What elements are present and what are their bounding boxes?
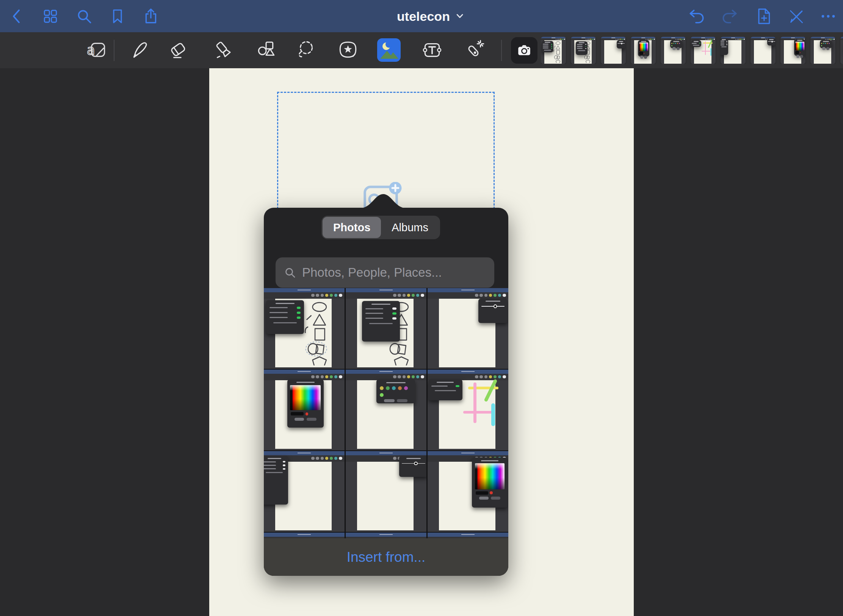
document-title: utelecon [397, 9, 450, 24]
image-tool-selected-icon [377, 38, 401, 62]
eraser-tool[interactable] [166, 38, 190, 62]
ellipsis-icon [820, 8, 837, 25]
photo-picker-popup: Photos Albums Photos, People, Places... … [264, 208, 508, 576]
svg-text:a: a [87, 42, 95, 58]
laser-pointer-icon [464, 39, 486, 61]
highlighter-tool[interactable] [212, 38, 236, 62]
camera-icon [516, 42, 532, 58]
pointer-tool[interactable] [462, 38, 487, 62]
photo-thumbnail[interactable] [428, 533, 508, 538]
photo-thumbnail[interactable] [264, 451, 345, 532]
photo-thumbnail[interactable] [428, 370, 508, 450]
thumbnails-grid-button[interactable] [40, 6, 61, 27]
photo-thumbnail[interactable] [346, 533, 426, 538]
top-nav-bar: utelecon [0, 0, 843, 32]
search-icon [284, 266, 296, 279]
tab-albums[interactable]: Albums [381, 217, 439, 238]
toolbar-divider [501, 40, 502, 61]
photo-thumbnail[interactable] [264, 370, 345, 450]
strip-photo-thumbnail[interactable] [631, 37, 656, 64]
strip-photo-thumbnail[interactable] [751, 37, 776, 64]
toolbar-divider [114, 40, 114, 61]
undo-icon [688, 8, 705, 25]
lasso-tool[interactable] [294, 38, 318, 62]
pen-icon [128, 39, 150, 61]
drawing-toolbar: a [0, 32, 843, 68]
search-button[interactable] [74, 6, 95, 27]
photos-albums-segmented-control: Photos Albums [321, 216, 440, 239]
more-button[interactable] [818, 6, 839, 27]
shapes-tool[interactable] [254, 38, 278, 62]
strip-photo-thumbnail[interactable] [780, 37, 805, 64]
star-sticker-icon [337, 39, 359, 61]
add-page-icon [755, 8, 772, 25]
photo-search-input[interactable]: Photos, People, Places... [276, 257, 494, 288]
share-icon [142, 8, 160, 25]
camera-button[interactable] [511, 37, 537, 64]
grid-icon [42, 8, 59, 25]
photo-thumbnail[interactable] [428, 451, 508, 532]
insert-from-button[interactable]: Insert from... [264, 538, 508, 576]
highlighter-icon [213, 39, 235, 61]
document-title-button[interactable]: utelecon [397, 9, 464, 24]
undo-button[interactable] [686, 6, 707, 27]
pen-off-icon [787, 8, 805, 25]
search-placeholder: Photos, People, Places... [302, 265, 442, 280]
search-icon [75, 8, 93, 25]
chevron-left-icon [9, 8, 25, 25]
strip-photo-thumbnail[interactable] [541, 37, 566, 64]
stop-editing-button[interactable] [785, 6, 807, 27]
edit-mode-tool[interactable]: a [85, 38, 109, 62]
insert-from-label: Insert from... [347, 549, 426, 565]
photo-thumbnail[interactable] [346, 370, 426, 450]
share-button[interactable] [140, 6, 161, 27]
strip-photo-thumbnail[interactable] [571, 37, 596, 64]
strip-photo-thumbnail[interactable] [691, 37, 716, 64]
text-tool[interactable] [420, 38, 444, 62]
strip-photo-thumbnail[interactable] [840, 37, 843, 64]
redo-icon [721, 8, 738, 25]
add-page-button[interactable] [753, 6, 774, 27]
strip-photo-thumbnail[interactable] [601, 37, 626, 64]
image-tool[interactable] [377, 38, 401, 62]
strip-photo-thumbnail[interactable] [721, 37, 746, 64]
elements-tool[interactable] [336, 38, 360, 62]
photo-thumbnail[interactable] [346, 451, 426, 532]
pen-tool[interactable] [127, 38, 152, 62]
text-icon [421, 39, 443, 61]
photo-thumbnail[interactable] [346, 288, 426, 369]
bookmark-button[interactable] [107, 6, 128, 27]
chevron-down-icon [456, 14, 464, 19]
back-button[interactable] [6, 6, 28, 27]
strip-photo-thumbnail[interactable] [810, 37, 835, 64]
recent-photos-strip [541, 37, 843, 64]
photo-thumbnail[interactable] [264, 288, 345, 369]
photo-thumbnail[interactable] [428, 288, 508, 369]
popup-arrow [359, 193, 408, 208]
shapes-icon [255, 39, 277, 61]
bookmark-icon [109, 8, 126, 25]
photo-grid [264, 288, 508, 538]
strip-photo-thumbnail[interactable] [661, 37, 686, 64]
lasso-icon [295, 39, 317, 61]
photo-thumbnail[interactable] [264, 533, 345, 538]
tab-photos[interactable]: Photos [323, 217, 381, 238]
redo-button[interactable] [719, 6, 740, 27]
eraser-icon [167, 39, 189, 61]
edit-mode-icon: a [86, 39, 108, 61]
